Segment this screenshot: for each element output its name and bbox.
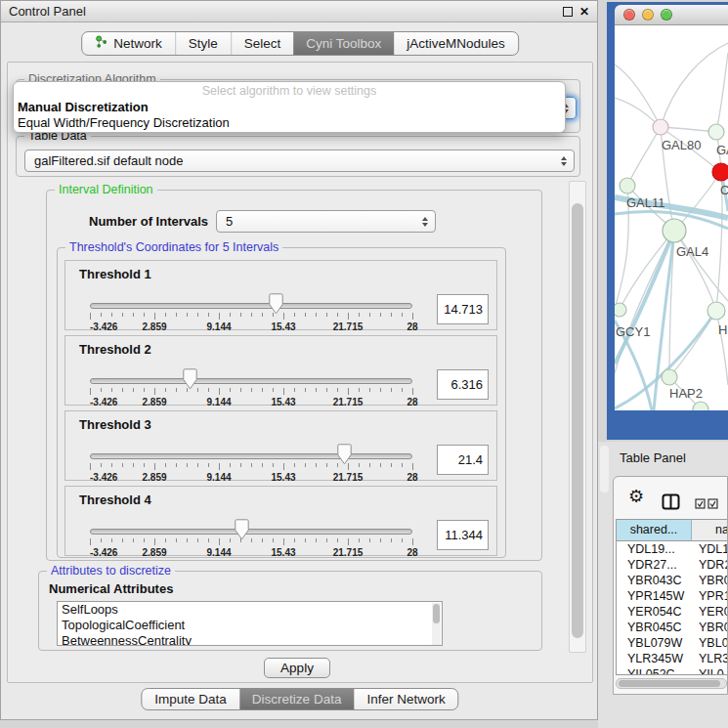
table-row[interactable]: YER054CYER0 <box>617 604 728 620</box>
tick-mark <box>219 313 220 320</box>
table-data-combobox[interactable]: galFiltered.sif default node <box>24 150 575 172</box>
column-header-name[interactable]: na <box>692 520 728 540</box>
threshold-value-field[interactable] <box>437 369 489 400</box>
float-window-icon[interactable] <box>563 7 573 17</box>
tick-mark <box>111 538 112 542</box>
apply-button[interactable]: Apply <box>264 658 330 678</box>
cell-shared-name: YLR345W <box>617 651 692 666</box>
bottom-tab-infer-network[interactable]: Infer Network <box>354 689 457 709</box>
table-row[interactable]: YIL052CYIL0 <box>617 666 728 675</box>
tick-mark <box>101 313 102 317</box>
tick-mark <box>208 463 209 467</box>
tick-mark <box>187 538 188 542</box>
close-icon[interactable]: ✕ <box>579 6 589 18</box>
tab-jactivemnodules[interactable]: jActiveMNodules <box>394 32 518 55</box>
attributes-scrollbar[interactable] <box>432 603 441 646</box>
gear-icon[interactable]: ⚙ <box>628 486 644 507</box>
attribute-topologicalcoefficient[interactable]: TopologicalCoefficient <box>58 618 442 633</box>
tick-mark <box>230 313 231 317</box>
zoom-traffic-light-icon[interactable] <box>661 9 672 21</box>
threshold-slider[interactable]: -3.4262.8599.14415.4321.71528 <box>90 367 412 407</box>
table-row[interactable]: YLR345WYLR3 <box>617 651 728 666</box>
dropdown-hint: Select algorithm to view settings <box>14 82 565 100</box>
bottom-tab-impute-data[interactable]: Impute Data <box>142 689 239 709</box>
network-node[interactable] <box>708 124 724 140</box>
network-node[interactable] <box>620 178 635 193</box>
tab-select-label: Select <box>244 36 281 51</box>
table-row[interactable]: YDR27...YDR2 <box>617 557 728 573</box>
columns-icon[interactable] <box>662 492 680 514</box>
network-node[interactable] <box>615 303 626 317</box>
numerical-attributes-list[interactable]: SelfLoopsTopologicalCoefficientBetweenne… <box>57 601 443 646</box>
table-row[interactable]: YPR145WYPR1 <box>617 588 728 604</box>
window-buttons: ✕ <box>563 1 589 22</box>
threshold-slider[interactable]: -3.4262.8599.14415.4321.71528 <box>90 518 412 557</box>
checkbox-icon[interactable] <box>695 497 706 512</box>
tick-mark <box>101 388 102 392</box>
table-data-group: Table Data galFiltered.sif default node <box>16 136 580 177</box>
attribute-selfloops[interactable]: SelfLoops <box>58 602 442 618</box>
attributes-group-title: Attributes to discretize <box>47 564 175 578</box>
settings-scrollbar-thumb[interactable] <box>572 203 583 638</box>
tab-network[interactable]: Network <box>82 32 175 55</box>
settings-scrollbar[interactable] <box>569 181 586 653</box>
minimize-traffic-light-icon[interactable] <box>642 9 654 21</box>
tick-mark <box>380 463 381 467</box>
threshold-value-field[interactable] <box>437 294 489 324</box>
threshold-slider[interactable]: -3.4262.8599.14415.4321.71528 <box>90 443 412 482</box>
tick-label: 15.43 <box>271 547 295 558</box>
network-node[interactable] <box>653 119 668 135</box>
network-node[interactable] <box>663 219 686 242</box>
tick-label: 21.715 <box>333 472 364 483</box>
slider-thumb[interactable] <box>183 368 197 390</box>
threshold-value-field[interactable] <box>437 520 489 550</box>
network-node[interactable] <box>707 302 725 320</box>
close-traffic-light-icon[interactable] <box>623 9 635 21</box>
cell-shared-name: YBR043C <box>617 573 692 588</box>
slider-thumb[interactable] <box>269 293 283 315</box>
threshold-slider[interactable]: -3.4262.8599.14415.4321.71528 <box>90 292 412 331</box>
tick-mark <box>144 538 145 542</box>
network-node[interactable] <box>712 163 728 181</box>
tick-label: 9.144 <box>206 397 231 407</box>
table-row[interactable]: YDL19...YDL1 <box>617 541 728 557</box>
settings-viewport: Interval Definition Number of Intervals … <box>12 181 569 653</box>
slider-thumb[interactable] <box>235 519 249 540</box>
number-of-intervals-combobox[interactable]: 5 <box>216 210 436 233</box>
table-panel-scrollbar[interactable] <box>600 446 609 492</box>
tick-mark <box>337 388 338 392</box>
checkbox-icon[interactable] <box>707 497 718 512</box>
tab-select[interactable]: Select <box>231 32 294 55</box>
table-toolbar: ⚙ <box>614 477 727 518</box>
network-window-titlebar[interactable] <box>615 5 728 25</box>
tick-mark <box>251 463 252 467</box>
table-row[interactable]: YBL079WYBL0 <box>617 635 728 651</box>
tab-style[interactable]: Style <box>175 32 231 55</box>
tick-mark <box>187 463 188 467</box>
tick-mark <box>412 538 413 545</box>
slider-thumb[interactable] <box>337 444 352 465</box>
tick-mark <box>326 388 327 392</box>
tick-mark <box>262 463 263 467</box>
table-row[interactable]: YBR045CYBR0 <box>617 620 728 635</box>
table-row[interactable]: YBR043CYBR0 <box>617 573 728 588</box>
tick-mark <box>326 463 327 467</box>
control-panel-window: Control Panel ✕ NetworkStyleSelectCyni T… <box>0 0 598 720</box>
attribute-betweennesscentrality[interactable]: BetweennessCentrality <box>58 633 442 646</box>
cell-shared-name: YDR27... <box>617 557 692 573</box>
network-node[interactable] <box>662 369 677 385</box>
network-canvas[interactable]: GAL80GACGAL11GAL4GCY1HHAP2 <box>615 25 728 410</box>
table-hscrollbar[interactable] <box>616 678 727 689</box>
column-header-shared-name[interactable]: shared... <box>617 520 692 540</box>
table-hscrollbar-thumb[interactable] <box>619 680 720 687</box>
tick-label: 28 <box>407 547 417 558</box>
threshold-value-field[interactable] <box>437 445 489 475</box>
cell-name: YBL0 <box>692 635 728 651</box>
tick-mark <box>402 538 403 542</box>
bottom-tab-discretize-data[interactable]: Discretize Data <box>239 689 355 709</box>
attributes-scrollbar-thumb[interactable] <box>433 604 440 623</box>
tick-mark <box>90 388 91 395</box>
dropdown-item-manual-discretization[interactable]: Manual Discretization <box>14 100 565 115</box>
tab-cyni-toolbox[interactable]: Cyni Toolbox <box>293 32 394 55</box>
dropdown-item-equal-width-frequency[interactable]: Equal Width/Frequency Discretization <box>14 115 565 131</box>
